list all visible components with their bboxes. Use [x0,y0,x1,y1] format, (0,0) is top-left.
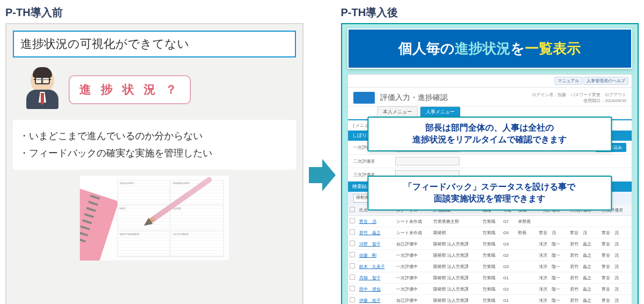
logo-icon [353,91,375,105]
table-row: 高橋 智子一次評価中開発部 法人営業課営業職G1滝沢 隆一若竹 義之富谷 茂 [348,272,632,284]
table-row: 富谷 茂シート未作成営業業務主部営業職G7本部長 [348,216,632,227]
row-checkbox[interactable] [350,252,355,257]
headline: 個人毎の進捗状況を一覧表示 [347,28,633,69]
row-checkbox[interactable] [350,229,355,235]
bullet-1: ・いまどこまで進んでいるのか分からない [19,127,290,144]
app-screenshot: マニュアル 人事管理者のヘルプ 評価入力・進捗確認 ログイン者：恒藤 パスワード… [347,74,633,304]
app-title: 評価入力・進捗確認 [380,93,448,103]
table-row: 伊藤 祐子自己評価中開発部 法人営業課営業職G1滝沢 隆一若竹 義之富谷 茂 [348,295,632,305]
right-panel-title: P-TH導入後 [341,5,639,20]
row-checkbox[interactable] [350,274,355,280]
table-row: 河野 智子自己評価中開発部 法人営業課営業職G3滝沢 隆一若竹 義之富谷 茂 [348,238,632,250]
login-info: ログイン者：恒藤 パスワード変更 ログアウト 使用期日：2018/09/30 [532,92,626,104]
person-icon [24,68,61,111]
top-link-manual[interactable]: マニュアル [554,77,582,85]
row-checkbox[interactable] [350,218,355,223]
table-row: 佐藤 剛一次評価中開発部 法人営業課営業職G2滝沢 隆一若竹 義之富谷 茂 [348,250,632,261]
top-link-help[interactable]: 人事管理者のヘルプ [583,77,628,85]
table-row: 田中 達也一次評価中開発部 法人営業課営業職G2滝沢 隆一若竹 義之富谷 茂 [348,284,632,295]
row-checkbox[interactable] [350,263,355,269]
table-row: 鈴木 久美子一次評価中開発部 法人営業課営業職G3滝沢 隆一若竹 義之富谷 茂 [348,261,632,272]
tab-hr[interactable]: 人事メニュー [420,106,461,117]
table-row: 若竹 義之シート未作成開発部営業職G5部長富谷 茂富谷 茂富谷 茂 [348,227,632,238]
left-panel-title: P-TH導入前 [5,5,304,20]
arrow-right-icon [309,159,336,191]
problem-bullets: ・いまどこまで進んでいるのか分からない ・フィードバックの確実な実施を管理したい [13,120,296,170]
bullet-2: ・フィードバックの確実な実施を管理したい [19,144,290,162]
problem-statement: 進捗状況の可視化ができてない [13,31,296,57]
result-table: 氏名ステータス評価組織職種等級役職一次評価者二次評価者三次評価者 富谷 茂シート… [348,205,632,304]
row-checkbox[interactable] [350,297,355,302]
filter-select-2[interactable] [395,157,460,165]
row-checkbox[interactable] [350,241,355,246]
status-question-bubble: 進 捗 状 況 ？ [69,75,191,104]
tab-self[interactable]: 本人メニュー [377,106,418,117]
row-checkbox[interactable] [350,286,355,291]
calendar-illustration: JANUARY FEBRUARY MAY JUNE SEPTEMBER OCTO… [79,175,230,261]
overlay-note-1: 部長は部門全体の、人事は全社の 進捗状況をリアルタイムで確認できます [368,117,612,151]
overlay-note-2: 「フィードバック」ステータスを設ける事で 面談実施状況を管理できます [368,176,612,211]
